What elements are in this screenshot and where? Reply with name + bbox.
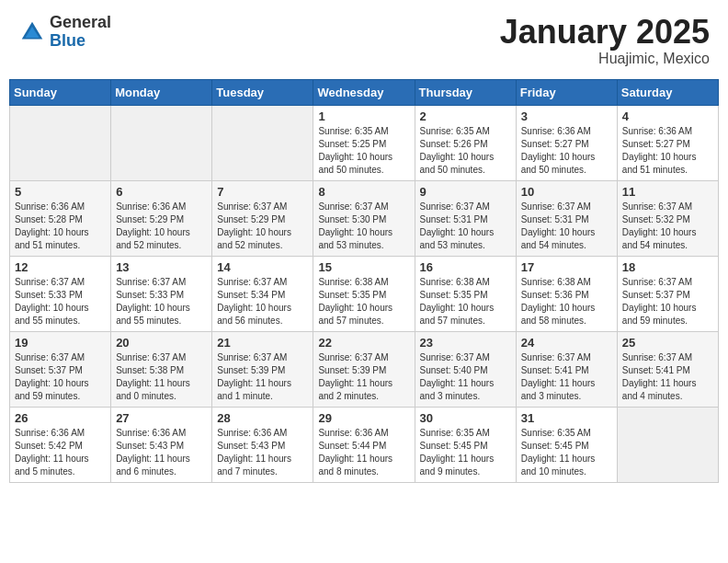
day-info: Sunrise: 6:35 AM Sunset: 5:25 PM Dayligh… xyxy=(318,125,409,177)
day-number: 12 xyxy=(15,260,106,274)
day-number: 4 xyxy=(622,109,713,123)
day-info: Sunrise: 6:36 AM Sunset: 5:43 PM Dayligh… xyxy=(217,427,308,478)
calendar-cell xyxy=(617,407,718,482)
day-number: 10 xyxy=(521,185,612,199)
day-number: 1 xyxy=(318,109,409,123)
day-number: 17 xyxy=(521,260,612,274)
day-header-monday: Monday xyxy=(111,79,212,105)
calendar-cell: 12Sunrise: 6:37 AM Sunset: 5:33 PM Dayli… xyxy=(10,256,111,331)
day-header-tuesday: Tuesday xyxy=(212,79,313,105)
day-header-thursday: Thursday xyxy=(415,79,516,105)
day-number: 26 xyxy=(15,411,106,425)
title-block: January 2025 Huajimic, Mexico xyxy=(500,14,710,67)
day-info: Sunrise: 6:36 AM Sunset: 5:28 PM Dayligh… xyxy=(15,201,106,252)
calendar-cell: 1Sunrise: 6:35 AM Sunset: 5:25 PM Daylig… xyxy=(313,105,415,180)
logo-text: General Blue xyxy=(50,14,111,51)
week-row-4: 19Sunrise: 6:37 AM Sunset: 5:37 PM Dayli… xyxy=(10,331,719,407)
day-info: Sunrise: 6:36 AM Sunset: 5:44 PM Dayligh… xyxy=(318,427,409,478)
page-header: General Blue January 2025 Huajimic, Mexi… xyxy=(9,9,719,72)
day-info: Sunrise: 6:35 AM Sunset: 5:45 PM Dayligh… xyxy=(420,427,511,478)
day-number: 2 xyxy=(420,109,511,123)
calendar-cell xyxy=(212,105,313,180)
logo: General Blue xyxy=(18,14,111,51)
day-info: Sunrise: 6:35 AM Sunset: 5:26 PM Dayligh… xyxy=(420,125,511,177)
week-row-3: 12Sunrise: 6:37 AM Sunset: 5:33 PM Dayli… xyxy=(10,256,719,331)
day-info: Sunrise: 6:36 AM Sunset: 5:42 PM Dayligh… xyxy=(15,427,106,478)
day-info: Sunrise: 6:36 AM Sunset: 5:29 PM Dayligh… xyxy=(116,201,207,252)
day-number: 20 xyxy=(116,336,207,350)
day-number: 7 xyxy=(217,185,308,199)
calendar-cell: 11Sunrise: 6:37 AM Sunset: 5:32 PM Dayli… xyxy=(617,180,718,256)
day-info: Sunrise: 6:38 AM Sunset: 5:36 PM Dayligh… xyxy=(521,276,612,327)
day-number: 25 xyxy=(622,336,713,350)
day-info: Sunrise: 6:37 AM Sunset: 5:39 PM Dayligh… xyxy=(217,351,308,403)
day-number: 14 xyxy=(217,260,308,274)
day-header-wednesday: Wednesday xyxy=(313,79,415,105)
day-info: Sunrise: 6:37 AM Sunset: 5:29 PM Dayligh… xyxy=(217,201,308,252)
day-number: 19 xyxy=(15,336,106,350)
day-number: 28 xyxy=(217,411,308,425)
day-info: Sunrise: 6:35 AM Sunset: 5:45 PM Dayligh… xyxy=(521,427,612,478)
day-number: 16 xyxy=(420,260,511,274)
day-number: 30 xyxy=(420,411,511,425)
calendar-cell: 10Sunrise: 6:37 AM Sunset: 5:31 PM Dayli… xyxy=(516,180,617,256)
logo-blue: Blue xyxy=(50,32,111,51)
day-info: Sunrise: 6:37 AM Sunset: 5:32 PM Dayligh… xyxy=(622,201,713,252)
week-row-5: 26Sunrise: 6:36 AM Sunset: 5:42 PM Dayli… xyxy=(10,407,719,482)
day-info: Sunrise: 6:37 AM Sunset: 5:41 PM Dayligh… xyxy=(622,351,713,403)
day-info: Sunrise: 6:37 AM Sunset: 5:34 PM Dayligh… xyxy=(217,276,308,327)
calendar-cell: 23Sunrise: 6:37 AM Sunset: 5:40 PM Dayli… xyxy=(415,331,516,407)
day-header-friday: Friday xyxy=(516,79,617,105)
day-info: Sunrise: 6:37 AM Sunset: 5:33 PM Dayligh… xyxy=(15,276,106,327)
day-number: 9 xyxy=(420,185,511,199)
day-info: Sunrise: 6:37 AM Sunset: 5:40 PM Dayligh… xyxy=(420,351,511,403)
calendar-cell: 18Sunrise: 6:37 AM Sunset: 5:37 PM Dayli… xyxy=(617,256,718,331)
day-number: 18 xyxy=(622,260,713,274)
day-info: Sunrise: 6:37 AM Sunset: 5:41 PM Dayligh… xyxy=(521,351,612,403)
day-number: 5 xyxy=(15,185,106,199)
calendar-cell: 8Sunrise: 6:37 AM Sunset: 5:30 PM Daylig… xyxy=(313,180,415,256)
day-number: 29 xyxy=(318,411,409,425)
day-number: 31 xyxy=(521,411,612,425)
calendar-cell: 24Sunrise: 6:37 AM Sunset: 5:41 PM Dayli… xyxy=(516,331,617,407)
days-header-row: SundayMondayTuesdayWednesdayThursdayFrid… xyxy=(10,79,719,105)
day-number: 3 xyxy=(521,109,612,123)
day-info: Sunrise: 6:37 AM Sunset: 5:31 PM Dayligh… xyxy=(420,201,511,252)
calendar-cell: 20Sunrise: 6:37 AM Sunset: 5:38 PM Dayli… xyxy=(111,331,212,407)
calendar-table: SundayMondayTuesdayWednesdayThursdayFrid… xyxy=(9,79,719,483)
day-header-sunday: Sunday xyxy=(10,79,111,105)
calendar-title: January 2025 xyxy=(500,14,710,51)
calendar-cell: 26Sunrise: 6:36 AM Sunset: 5:42 PM Dayli… xyxy=(10,407,111,482)
calendar-cell: 19Sunrise: 6:37 AM Sunset: 5:37 PM Dayli… xyxy=(10,331,111,407)
calendar-cell: 4Sunrise: 6:36 AM Sunset: 5:27 PM Daylig… xyxy=(617,105,718,180)
day-info: Sunrise: 6:37 AM Sunset: 5:39 PM Dayligh… xyxy=(318,351,409,403)
day-number: 24 xyxy=(521,336,612,350)
calendar-cell: 17Sunrise: 6:38 AM Sunset: 5:36 PM Dayli… xyxy=(516,256,617,331)
calendar-cell: 7Sunrise: 6:37 AM Sunset: 5:29 PM Daylig… xyxy=(212,180,313,256)
day-info: Sunrise: 6:37 AM Sunset: 5:38 PM Dayligh… xyxy=(116,351,207,403)
calendar-cell xyxy=(111,105,212,180)
calendar-cell: 6Sunrise: 6:36 AM Sunset: 5:29 PM Daylig… xyxy=(111,180,212,256)
calendar-cell: 5Sunrise: 6:36 AM Sunset: 5:28 PM Daylig… xyxy=(10,180,111,256)
day-number: 27 xyxy=(116,411,207,425)
calendar-cell: 9Sunrise: 6:37 AM Sunset: 5:31 PM Daylig… xyxy=(415,180,516,256)
calendar-cell xyxy=(10,105,111,180)
day-header-saturday: Saturday xyxy=(617,79,718,105)
calendar-cell: 2Sunrise: 6:35 AM Sunset: 5:26 PM Daylig… xyxy=(415,105,516,180)
day-info: Sunrise: 6:37 AM Sunset: 5:31 PM Dayligh… xyxy=(521,201,612,252)
calendar-cell: 27Sunrise: 6:36 AM Sunset: 5:43 PM Dayli… xyxy=(111,407,212,482)
day-info: Sunrise: 6:37 AM Sunset: 5:37 PM Dayligh… xyxy=(622,276,713,327)
calendar-cell: 29Sunrise: 6:36 AM Sunset: 5:44 PM Dayli… xyxy=(313,407,415,482)
calendar-subtitle: Huajimic, Mexico xyxy=(500,51,710,67)
calendar-cell: 14Sunrise: 6:37 AM Sunset: 5:34 PM Dayli… xyxy=(212,256,313,331)
day-info: Sunrise: 6:36 AM Sunset: 5:43 PM Dayligh… xyxy=(116,427,207,478)
logo-general: General xyxy=(50,14,111,32)
calendar-cell: 21Sunrise: 6:37 AM Sunset: 5:39 PM Dayli… xyxy=(212,331,313,407)
logo-icon xyxy=(18,18,46,46)
day-number: 8 xyxy=(318,185,409,199)
calendar-cell: 28Sunrise: 6:36 AM Sunset: 5:43 PM Dayli… xyxy=(212,407,313,482)
calendar-cell: 3Sunrise: 6:36 AM Sunset: 5:27 PM Daylig… xyxy=(516,105,617,180)
day-info: Sunrise: 6:36 AM Sunset: 5:27 PM Dayligh… xyxy=(521,125,612,177)
day-number: 13 xyxy=(116,260,207,274)
day-info: Sunrise: 6:37 AM Sunset: 5:30 PM Dayligh… xyxy=(318,201,409,252)
